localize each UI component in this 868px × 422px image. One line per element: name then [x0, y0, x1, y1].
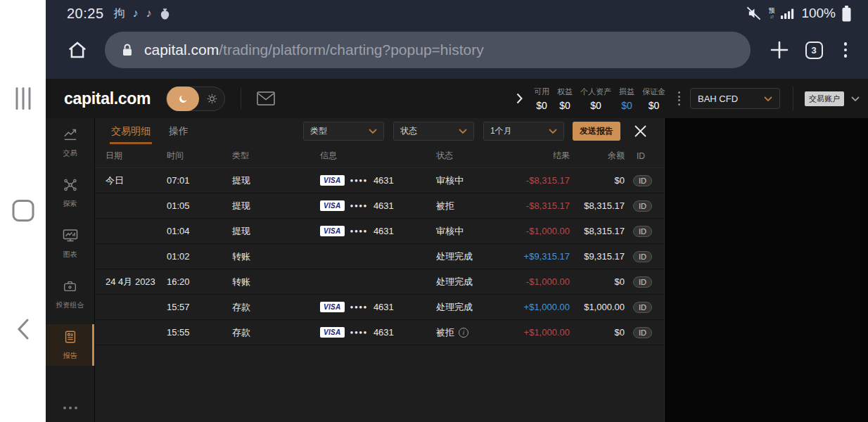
- cell-date: 今日: [95, 174, 167, 187]
- tab-counter-button[interactable]: 3: [805, 41, 823, 59]
- sidebar-item-charts[interactable]: 图表: [46, 223, 94, 264]
- theme-toggle[interactable]: [166, 87, 225, 111]
- url-text: capital.com/trading/platform/charting?po…: [144, 41, 484, 58]
- id-badge[interactable]: ID: [633, 302, 652, 313]
- table-row[interactable]: 今日 07:01 提现 VISA ●●●● 4631 审核中 -$8,315.1…: [95, 168, 664, 193]
- id-badge[interactable]: ID: [633, 276, 652, 288]
- chevron-down-icon: [549, 129, 557, 134]
- type-filter-dropdown[interactable]: 类型: [303, 122, 384, 141]
- id-badge[interactable]: ID: [633, 200, 652, 212]
- recents-button[interactable]: [15, 87, 30, 110]
- sidebar-item-portfolio[interactable]: 投资组合: [46, 274, 94, 315]
- cell-type: 存款: [232, 326, 320, 339]
- sidebar-item-trade[interactable]: 交易: [46, 122, 94, 163]
- sidebar-item-explore[interactable]: 探索: [46, 172, 94, 214]
- network-type-icon: 预 ↓↑: [768, 8, 774, 19]
- tab-transactions[interactable]: 交易明细: [111, 118, 151, 144]
- cell-balance: $0: [570, 327, 625, 338]
- cell-status: 审核中: [436, 225, 503, 238]
- music-note-icon: ♪: [146, 7, 152, 20]
- instrument-select[interactable]: BAH CFD: [690, 88, 780, 109]
- history-panel: 交易明细 操作 类型 状态 1个月: [95, 118, 665, 422]
- cell-time: 16:20: [167, 276, 232, 287]
- table-row[interactable]: 15:57 存款 VISA ●●●● 4631 处理完成 +$1,000.00 …: [95, 295, 664, 320]
- cell-time: 01:04: [167, 226, 232, 236]
- id-badge[interactable]: ID: [633, 175, 652, 186]
- account-menu-button[interactable]: [851, 96, 860, 101]
- mail-icon: [257, 91, 275, 106]
- strawberry-icon: [160, 8, 170, 20]
- browser-home-button[interactable]: [67, 40, 88, 60]
- battery-icon: [842, 6, 851, 22]
- table-row[interactable]: 15:55 存款 VISA ●●●● 4631 被拒 i +$1,000.00 …: [95, 320, 664, 345]
- cell-status: 处理完成: [436, 250, 503, 263]
- cell-info: VISA ●●●● 4631: [320, 226, 436, 236]
- cell-status-text: 处理完成: [436, 301, 473, 314]
- drag-handle-icon[interactable]: [678, 91, 680, 106]
- new-tab-button[interactable]: [769, 39, 790, 60]
- visa-badge: VISA: [320, 175, 345, 186]
- cell-balance: $0: [570, 276, 625, 287]
- id-badge[interactable]: ID: [633, 226, 652, 237]
- filter-group: 类型 状态 1个月 发送报告: [294, 122, 653, 141]
- cell-time: 15:55: [167, 327, 232, 338]
- send-report-button[interactable]: 发送报告: [573, 122, 620, 141]
- card-last4: 4631: [374, 302, 394, 312]
- card-last4: 4631: [374, 200, 394, 211]
- panel-toolbar: 交易明细 操作 类型 状态 1个月: [95, 118, 664, 144]
- charts-icon: [62, 228, 79, 246]
- cell-balance: $8,315.17: [570, 200, 625, 211]
- close-panel-button[interactable]: [632, 123, 649, 139]
- music-note-icon: ♪: [133, 7, 139, 20]
- browser-menu-button[interactable]: [840, 41, 852, 59]
- table-body: 今日 07:01 提现 VISA ●●●● 4631 审核中 -$8,315.1…: [95, 168, 664, 422]
- moon-icon: [178, 94, 189, 104]
- period-filter-dropdown[interactable]: 1个月: [483, 122, 564, 141]
- expand-stats-button[interactable]: [509, 93, 530, 104]
- address-bar[interactable]: capital.com/trading/platform/charting?po…: [105, 32, 751, 68]
- tab-operations[interactable]: 操作: [169, 118, 189, 144]
- table-row[interactable]: 01:05 提现 VISA ●●●● 4631 被拒 -$8,315.17 $8…: [95, 193, 664, 219]
- cell-id: ID: [625, 175, 664, 186]
- table-row[interactable]: 01:02 转账 处理完成 +$9,315.17 $9,315.17 ID: [95, 244, 664, 269]
- cell-id: ID: [625, 226, 664, 237]
- sidebar-item-label: 交易: [63, 148, 77, 158]
- mute-icon: [746, 6, 762, 20]
- close-icon: [634, 124, 647, 138]
- chevron-down-icon: [369, 129, 377, 134]
- sidebar-more-button[interactable]: [46, 407, 94, 409]
- light-mode-option[interactable]: [199, 93, 224, 105]
- dark-mode-option[interactable]: [167, 87, 199, 111]
- cell-status-text: 处理完成: [436, 250, 473, 263]
- cell-id: ID: [625, 327, 664, 338]
- cell-time: 15:57: [167, 302, 232, 312]
- visa-badge: VISA: [320, 327, 345, 338]
- back-chevron-icon: [16, 318, 30, 340]
- url-path: /trading/platform/charting?popup=history: [219, 41, 483, 58]
- cell-type: 转账: [232, 276, 320, 288]
- card-mask-dots: ●●●●: [350, 203, 368, 209]
- chevron-right-icon: [516, 93, 523, 104]
- table-row[interactable]: 01:04 提现 VISA ●●●● 4631 审核中 -$1,000.00 $…: [95, 219, 664, 244]
- trade-icon: [63, 127, 78, 145]
- id-badge[interactable]: ID: [633, 327, 652, 338]
- id-badge[interactable]: ID: [633, 251, 652, 262]
- cell-result: +$9,315.17: [503, 251, 570, 262]
- cell-status: 审核中: [436, 174, 503, 187]
- cell-status: 处理完成: [436, 276, 503, 288]
- content: 交易 探索 图表: [46, 118, 868, 422]
- status-filter-dropdown[interactable]: 状态: [393, 122, 474, 141]
- table-row[interactable]: 24 4月 2023 16:20 转账 处理完成 -$1,000.00 $0 I…: [95, 269, 664, 295]
- home-button[interactable]: [12, 200, 34, 222]
- chevron-down-icon: [459, 129, 467, 134]
- back-button[interactable]: [16, 318, 30, 343]
- cell-result: -$1,000.00: [503, 276, 570, 287]
- card-mask-dots: ●●●●: [350, 228, 368, 234]
- messages-button[interactable]: [257, 91, 275, 106]
- table-header: 日期 时间 类型 信息 状态 结果 余额 ID: [95, 144, 664, 168]
- reports-icon: [63, 329, 78, 347]
- info-icon[interactable]: i: [459, 328, 468, 338]
- cell-status-text: 审核中: [436, 225, 464, 238]
- stat-equity: 权益 $0: [557, 87, 573, 111]
- sidebar-item-reports[interactable]: 报告: [46, 324, 94, 366]
